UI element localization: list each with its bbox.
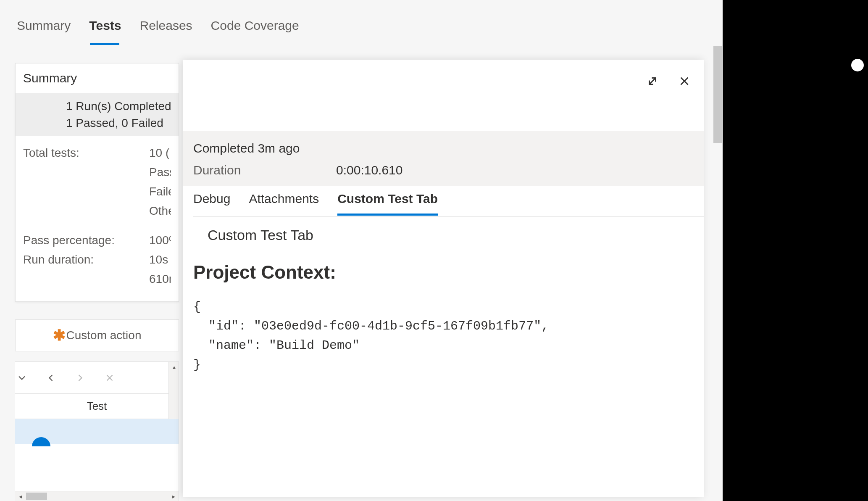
summary-card-title: Summary [16, 63, 179, 93]
list-header: Test [15, 394, 179, 419]
details-duration-label: Duration [193, 163, 336, 177]
asterisk-icon: ✱ [53, 327, 66, 344]
next-button[interactable] [66, 362, 95, 393]
list-column-test[interactable]: Test [15, 400, 179, 413]
summary-total-label: Total tests: [23, 143, 149, 163]
close-button[interactable] [675, 71, 694, 91]
tab-releases[interactable]: Releases [140, 18, 192, 43]
prev-button[interactable] [36, 362, 66, 393]
page-vertical-scrollbar[interactable] [713, 0, 723, 501]
details-tabs: Debug Attachments Custom Test Tab [193, 192, 704, 217]
summary-dur-value2: 610m [23, 269, 171, 289]
summary-pct-row: Pass percentage: 100% [23, 231, 171, 250]
scroll-thumb[interactable] [26, 493, 47, 500]
expand-button[interactable] [643, 71, 662, 91]
summary-total-row: Total tests: 10 ( [23, 143, 171, 163]
svg-line-2 [650, 78, 656, 84]
test-list-frame: Test ▴ ▾ ◂ ▸ [15, 361, 179, 501]
details-meta: Completed 3m ago Duration 0:00:10.610 [183, 131, 704, 186]
tab-debug[interactable]: Debug [193, 192, 230, 214]
clear-button[interactable] [95, 362, 124, 393]
summary-pass-sub: Pass [23, 163, 171, 182]
list-toolbar [15, 362, 179, 394]
details-duration-value: 0:00:10.610 [336, 163, 402, 177]
scroll-left-icon[interactable]: ◂ [15, 491, 25, 501]
details-body: Custom Test Tab Project Context: { "id":… [193, 227, 694, 374]
custom-action-button[interactable]: ✱ Custom action [15, 319, 179, 351]
page-scroll-thumb[interactable] [713, 46, 722, 143]
custom-tab-title: Custom Test Tab [208, 227, 694, 243]
summary-pct-value: 100% [149, 231, 171, 250]
summary-dur-label: Run duration: [23, 250, 149, 269]
summary-runs-line: 1 Run(s) Completed [66, 98, 171, 115]
scroll-right-icon[interactable]: ▸ [168, 491, 179, 501]
list-horizontal-scrollbar[interactable]: ◂ ▸ [15, 491, 179, 501]
summary-fail-sub: Faile [23, 182, 171, 201]
tab-attachments[interactable]: Attachments [249, 192, 319, 214]
custom-action-label: Custom action [66, 329, 142, 342]
summary-dur-value: 10s [149, 250, 168, 269]
black-sidebar [723, 0, 868, 501]
collapse-button[interactable] [15, 362, 36, 393]
scroll-up-icon[interactable]: ▴ [169, 362, 179, 372]
tab-summary[interactable]: Summary [17, 18, 71, 43]
details-panel: Completed 3m ago Duration 0:00:10.610 De… [183, 60, 704, 497]
summary-pct-label: Pass percentage: [23, 231, 149, 250]
summary-other-sub: Othe [23, 201, 171, 221]
details-status: Completed 3m ago [193, 141, 694, 156]
project-context-json: { "id": "03e0ed9d-fc00-4d1b-9cf5-167f09b… [193, 297, 694, 374]
summary-passed-line: 1 Passed, 0 Failed [66, 115, 171, 132]
summary-runs-band: 1 Run(s) Completed 1 Passed, 0 Failed [16, 93, 179, 136]
project-context-heading: Project Context: [193, 262, 694, 283]
summary-card: Summary 1 Run(s) Completed 1 Passed, 0 F… [15, 63, 179, 302]
white-dot-icon [851, 59, 864, 71]
list-selected-row[interactable] [15, 419, 179, 444]
summary-dur-row: Run duration: 10s [23, 250, 171, 269]
top-tab-bar: Summary Tests Releases Code Coverage [0, 0, 723, 46]
tab-custom-test-tab[interactable]: Custom Test Tab [337, 192, 438, 216]
tab-code-coverage[interactable]: Code Coverage [211, 18, 299, 43]
tab-active-indicator [90, 43, 119, 45]
pie-slice-icon [32, 437, 50, 446]
tab-tests[interactable]: Tests [89, 18, 121, 43]
summary-total-value: 10 ( [149, 143, 169, 163]
